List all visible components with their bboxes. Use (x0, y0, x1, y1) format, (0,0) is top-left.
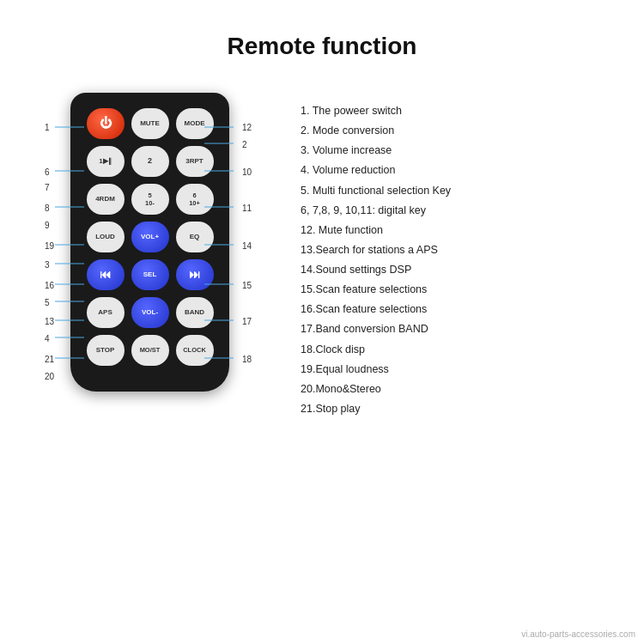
btn-most[interactable]: MO/ST (131, 335, 169, 366)
feature-item-8: 13.Search for stations a APS (301, 240, 627, 260)
btn-stop[interactable]: STOP (87, 335, 125, 366)
feature-item-15: 20.Mono&Stereo (301, 380, 627, 399)
feature-item-3: 3. Volume increase (301, 141, 627, 161)
callout-9: 9 (45, 221, 50, 230)
remote-body: ⏻ MUTE MODE 1▶‖ 2 3RPT 4RDM 510- 610 (70, 93, 229, 392)
btn-mode[interactable]: MODE (176, 108, 214, 139)
remote-diagram: ⏻ MUTE MODE 1▶‖ 2 3RPT 4RDM 510- 610 (17, 76, 283, 488)
remote-row-5: APS VOL- BAND (82, 297, 217, 328)
feature-item-14: 19.Equal loudness (301, 360, 627, 380)
callout-18: 18 (242, 355, 252, 364)
features-ul: 1. The poweer switch2. Mode conversion3.… (301, 101, 627, 419)
callout-11: 11 (242, 204, 252, 213)
page-title: Remote function (0, 0, 644, 76)
callout-14: 14 (242, 241, 252, 251)
callout-7: 7 (45, 183, 50, 192)
callout-2: 2 (242, 140, 247, 149)
btn-1play[interactable]: 1▶‖ (87, 146, 125, 177)
remote-row-3: LOUD VOL+ EQ (82, 222, 217, 252)
callout-4: 4 (45, 334, 50, 343)
callout-20: 20 (45, 372, 54, 381)
callout-8: 8 (45, 204, 50, 213)
feature-item-1: 1. The poweer switch (301, 101, 627, 121)
btn-vol-minus[interactable]: VOL- (131, 297, 169, 328)
feature-item-16: 21.Stop play (301, 399, 627, 419)
btn-eq[interactable]: EQ (176, 222, 214, 252)
feature-item-6: 6, 7,8, 9, 10,11: digital key (301, 201, 627, 221)
feature-item-4: 4. Volume reduction (301, 161, 627, 180)
remote-row-0: ⏻ MUTE MODE (82, 108, 217, 139)
btn-vol-plus[interactable]: VOL+ (131, 222, 169, 252)
btn-4rdm[interactable]: 4RDM (87, 184, 125, 215)
callout-3: 3 (45, 260, 50, 270)
features-list: 1. The poweer switch2. Mode conversion3.… (301, 76, 627, 419)
feature-item-9: 14.Sound settings DSP (301, 260, 627, 280)
callout-17: 17 (242, 317, 252, 326)
btn-band[interactable]: BAND (176, 297, 214, 328)
remote-row-6: STOP MO/ST CLOCK (82, 335, 217, 366)
btn-power[interactable]: ⏻ (87, 108, 125, 139)
btn-loud[interactable]: LOUD (87, 222, 125, 252)
btn-6-10plus[interactable]: 610+ (176, 184, 214, 215)
btn-prev[interactable]: ⏮ (87, 259, 125, 290)
feature-item-10: 15.Scan feature selections (301, 280, 627, 300)
btn-sel[interactable]: SEL (131, 259, 169, 290)
feature-item-5: 5. Multi functional selection Key (301, 181, 627, 201)
callout-13: 13 (45, 317, 54, 326)
content-area: ⏻ MUTE MODE 1▶‖ 2 3RPT 4RDM 510- 610 (0, 76, 644, 488)
remote-row-2: 4RDM 510- 610+ (82, 184, 217, 215)
callout-21: 21 (45, 355, 54, 364)
callout-12: 12 (242, 123, 252, 132)
feature-item-7: 12. Mute function (301, 221, 627, 240)
callout-6: 6 (45, 167, 50, 177)
callout-1: 1 (45, 123, 50, 132)
feature-item-12: 17.Band conversion BAND (301, 319, 627, 339)
remote-row-4: ⏮ SEL ⏭ (82, 259, 217, 290)
callout-16: 16 (45, 281, 54, 290)
btn-3rpt[interactable]: 3RPT (176, 146, 214, 177)
feature-item-2: 2. Mode conversion (301, 121, 627, 141)
callout-5: 5 (45, 298, 50, 307)
btn-5-10minus[interactable]: 510- (131, 184, 169, 215)
callout-19: 19 (45, 241, 54, 251)
callout-15: 15 (242, 281, 252, 290)
feature-item-13: 18.Clock disp (301, 340, 627, 360)
btn-mute[interactable]: MUTE (131, 108, 169, 139)
watermark: vi.auto-parts-accessories.com (521, 629, 635, 639)
btn-aps[interactable]: APS (87, 297, 125, 328)
btn-2[interactable]: 2 (131, 146, 169, 177)
remote-row-1: 1▶‖ 2 3RPT (82, 146, 217, 177)
feature-item-11: 16.Scan feature selections (301, 300, 627, 319)
callout-10: 10 (242, 167, 252, 177)
btn-next[interactable]: ⏭ (176, 259, 214, 290)
btn-clock[interactable]: CLOCK (176, 335, 214, 366)
